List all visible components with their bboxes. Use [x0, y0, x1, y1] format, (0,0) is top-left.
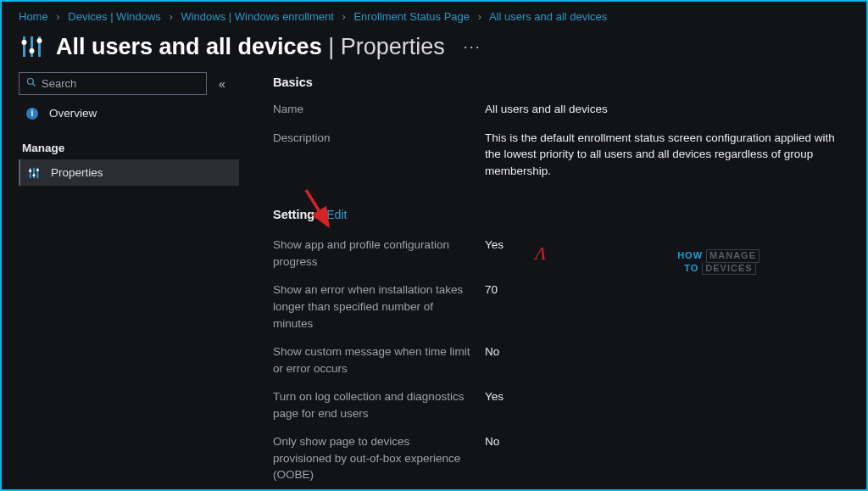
collapse-icon[interactable]: «: [219, 77, 225, 91]
svg-rect-9: [33, 167, 35, 177]
setting-value: 70: [485, 282, 849, 332]
section-manage: Manage: [22, 142, 239, 154]
nav-properties-label: Properties: [51, 166, 103, 179]
svg-point-13: [36, 168, 39, 170]
info-icon: i: [24, 108, 41, 120]
properties-icon: [25, 167, 42, 179]
crumb-enrollment[interactable]: Windows | Windows enrollment: [181, 10, 333, 23]
adjust-icon: [19, 33, 46, 60]
setting-value: No: [485, 433, 849, 483]
search-placeholder: Search: [42, 77, 76, 90]
setting-value: No: [485, 343, 849, 377]
page-header: All users and all devices | Properties ·…: [2, 26, 866, 72]
crumb-esp[interactable]: Enrollment Status Page: [353, 10, 470, 23]
setting-label: Show app and profile configuration progr…: [273, 237, 485, 270]
setting-label: Show an error when installation takes lo…: [273, 282, 485, 332]
settings-heading: Settings Edit: [273, 208, 849, 221]
setting-label: Show custom message when time limit or e…: [273, 343, 485, 377]
search-icon: [26, 77, 36, 90]
svg-rect-8: [30, 167, 31, 177]
more-icon[interactable]: ···: [464, 38, 481, 56]
edit-link[interactable]: Edit: [326, 208, 347, 221]
page-title: All users and all devices | Properties: [56, 34, 445, 60]
chevron-right-icon: ›: [169, 10, 172, 23]
crumb-current[interactable]: All users and all devices: [489, 10, 607, 23]
svg-rect-1: [31, 36, 33, 57]
svg-point-11: [29, 169, 31, 171]
nav-properties[interactable]: Properties: [19, 159, 239, 186]
crumb-devices[interactable]: Devices | Windows: [68, 10, 161, 23]
chevron-right-icon: ›: [56, 10, 59, 23]
setting-value: Yes: [485, 237, 849, 270]
chevron-right-icon: ›: [478, 10, 481, 23]
svg-point-4: [30, 48, 35, 53]
main-pane: Basics Name All users and all devices De…: [239, 72, 849, 491]
setting-label: Only show page to devices provisioned by…: [273, 433, 485, 483]
sidebar: Search « i Overview Manage Properties: [19, 72, 239, 491]
name-label: Name: [273, 101, 485, 118]
svg-point-5: [37, 38, 42, 43]
name-value: All users and all devices: [485, 101, 849, 118]
setting-value: Yes: [485, 388, 849, 421]
chevron-right-icon: ›: [342, 10, 345, 23]
basics-heading: Basics: [273, 75, 849, 89]
svg-point-3: [22, 40, 27, 45]
setting-label: Turn on log collection and diagnostics p…: [273, 388, 485, 421]
svg-line-7: [33, 84, 36, 86]
description-label: Description: [273, 130, 485, 180]
nav-overview[interactable]: i Overview: [19, 100, 239, 126]
svg-point-12: [32, 174, 35, 176]
crumb-home[interactable]: Home: [19, 10, 48, 23]
search-input[interactable]: Search: [19, 72, 207, 95]
nav-overview-label: Overview: [49, 107, 97, 120]
description-value: This is the default enrollment status sc…: [485, 130, 849, 180]
svg-rect-0: [23, 36, 25, 57]
svg-point-6: [28, 79, 34, 85]
breadcrumb: Home › Devices | Windows › Windows | Win…: [2, 2, 866, 26]
